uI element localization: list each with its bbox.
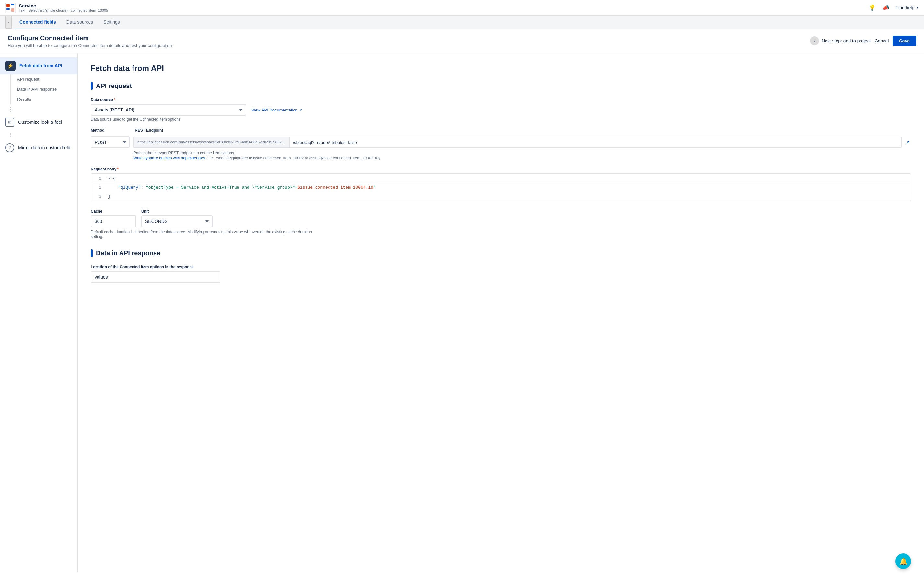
endpoint-hint-text: Path to the relevant REST endpoint to ge… bbox=[134, 151, 911, 155]
view-api-link[interactable]: View API Documentation ↗ bbox=[251, 107, 302, 112]
dynamic-queries-link[interactable]: Write dynamic queries with dependencies bbox=[134, 156, 205, 160]
save-button[interactable]: Save bbox=[893, 36, 916, 46]
app-logo: Service Text - Select list (single choic… bbox=[5, 3, 869, 13]
section-badge bbox=[91, 82, 92, 90]
endpoint-path-input[interactable] bbox=[290, 137, 901, 147]
datasource-hint: Data source used to get the Connected it… bbox=[91, 117, 911, 122]
endpoint-base: https://api.atlassian.com/jsm/assets/wor… bbox=[134, 137, 290, 147]
sidebar-sub-item-results[interactable]: Results bbox=[17, 94, 78, 104]
location-input[interactable] bbox=[91, 271, 220, 283]
code-line-2: 2 "qlQuery": "objectType = Service and A… bbox=[91, 183, 911, 192]
code-line-1: 1 ▾ { bbox=[91, 174, 911, 183]
sidebar-sub-item-api-request[interactable]: API request bbox=[17, 74, 78, 84]
external-link-icon: ↗ bbox=[299, 108, 302, 112]
request-body-label: Request body * bbox=[91, 167, 911, 172]
customize-icon: ⊞ bbox=[5, 117, 14, 127]
unit-select-group: Unit SECONDS MINUTES HOURS bbox=[141, 209, 213, 227]
app-header: Service Text - Select list (single choic… bbox=[0, 0, 924, 16]
cache-label: Cache bbox=[91, 209, 136, 213]
next-step-icon: › bbox=[810, 36, 819, 45]
sidebar: ⚡ Fetch data from API API request Data i… bbox=[0, 53, 78, 572]
cancel-button[interactable]: Cancel bbox=[875, 38, 889, 43]
find-help-label: Find help bbox=[896, 5, 915, 10]
endpoint-label: REST Endpoint bbox=[135, 128, 911, 132]
nav-tabs-bar: › Connected fields Data sources Settings bbox=[0, 16, 924, 29]
code-editor[interactable]: 1 ▾ { 2 "qlQuery": "objectType = Service… bbox=[91, 174, 911, 201]
app-title: Service bbox=[19, 3, 108, 8]
cache-hint: Default cache duration is inherited from… bbox=[91, 230, 324, 239]
app-subtitle: Text - Select list (single choice) - con… bbox=[19, 8, 108, 12]
method-label: Method bbox=[91, 128, 130, 132]
unit-label: Unit bbox=[141, 209, 213, 213]
api-request-heading: API request bbox=[96, 82, 132, 90]
find-help-button[interactable]: Find help ▼ bbox=[896, 5, 919, 10]
sidebar-item-mirror[interactable]: ? Mirror data in custom field bbox=[0, 140, 78, 155]
notification-fab[interactable]: 🔔 bbox=[896, 554, 911, 569]
line-content-3: } bbox=[105, 193, 113, 200]
next-step-label: Next step: add to project bbox=[822, 38, 871, 43]
sidebar-sub-item-data-response[interactable]: Data in API response bbox=[17, 84, 78, 94]
datasource-label: Data source * bbox=[91, 98, 911, 102]
tab-data-sources[interactable]: Data sources bbox=[61, 16, 98, 29]
code-line-3: 3 } bbox=[91, 192, 911, 201]
configure-subtitle: Here you will be able to configure the C… bbox=[8, 43, 172, 48]
svg-rect-1 bbox=[7, 4, 10, 7]
next-step-button[interactable]: › Next step: add to project bbox=[810, 36, 871, 45]
line-num-2: 2 bbox=[91, 185, 105, 190]
dynamic-link-suffix: - i.e.: /search?jql=project=$issue.conne… bbox=[206, 156, 381, 160]
configure-title-area: Configure Connected item Here you will b… bbox=[8, 34, 172, 48]
page-title: Fetch data from API bbox=[91, 64, 911, 73]
data-response-heading: Data in API response bbox=[96, 250, 160, 257]
customize-label: Customize look & feel bbox=[18, 119, 62, 125]
configure-header: Configure Connected item Here you will b… bbox=[0, 29, 924, 53]
line-content-2: "qlQuery": "objectType = Service and Act… bbox=[105, 184, 378, 190]
endpoint-external-link-btn[interactable]: ↗ bbox=[904, 138, 911, 147]
unit-select[interactable]: SECONDS MINUTES HOURS bbox=[141, 215, 213, 227]
configure-title: Configure Connected item bbox=[8, 34, 172, 42]
endpoint-hints: Path to the relevant REST endpoint to ge… bbox=[91, 151, 911, 160]
location-label: Location of the Connected item options i… bbox=[91, 265, 911, 269]
svg-rect-4 bbox=[11, 8, 14, 12]
svg-rect-2 bbox=[11, 4, 14, 5]
tab-connected-fields[interactable]: Connected fields bbox=[14, 16, 61, 29]
data-response-section: Data in API response Location of the Con… bbox=[91, 249, 911, 283]
method-endpoint-group: Method REST Endpoint POST https://api bbox=[91, 128, 911, 148]
line-num-1: 1 bbox=[91, 176, 105, 181]
method-select[interactable]: POST bbox=[91, 136, 130, 148]
api-request-section: API request Data source * Assets (REST_A… bbox=[91, 82, 911, 239]
line-num-3: 3 bbox=[91, 194, 105, 199]
sidebar-item-fetch[interactable]: ⚡ Fetch data from API bbox=[0, 57, 78, 74]
configure-actions: › Next step: add to project Cancel Save bbox=[810, 36, 916, 46]
location-group: Location of the Connected item options i… bbox=[91, 265, 911, 283]
cache-group: Cache Unit SECONDS MINUTES HOURS bbox=[91, 209, 911, 239]
chevron-down-icon: ▼ bbox=[916, 6, 919, 9]
section-badge-2 bbox=[91, 249, 92, 257]
app-logo-icon bbox=[5, 3, 16, 13]
endpoint-input-box: https://api.atlassian.com/jsm/assets/wor… bbox=[134, 137, 902, 148]
mirror-label: Mirror data in custom field bbox=[18, 145, 70, 150]
request-body-group: Request body * 1 ▾ { 2 bbox=[91, 167, 911, 201]
notification-bell-icon: 🔔 bbox=[899, 557, 908, 565]
fetch-icon: ⚡ bbox=[5, 61, 16, 71]
announce-icon-btn[interactable]: 📣 bbox=[882, 4, 889, 12]
sidebar-item-customize[interactable]: ⊞ Customize look & feel bbox=[0, 114, 78, 130]
mirror-icon: ? bbox=[5, 143, 14, 152]
collapse-sidebar-btn[interactable]: › bbox=[5, 16, 12, 28]
svg-rect-3 bbox=[7, 8, 10, 10]
sidebar-sub-items: API request Data in API response Results bbox=[0, 74, 78, 104]
cache-input-group: Cache bbox=[91, 209, 136, 227]
datasource-group: Data source * Assets (REST_API) View API… bbox=[91, 98, 911, 122]
api-request-title: API request bbox=[91, 82, 911, 90]
required-mark-2: * bbox=[117, 167, 119, 172]
tab-settings[interactable]: Settings bbox=[98, 16, 125, 29]
content-area: Fetch data from API API request Data sou… bbox=[78, 53, 924, 572]
header-actions: 💡 📣 Find help ▼ bbox=[869, 4, 919, 12]
datasource-select[interactable]: Assets (REST_API) bbox=[91, 104, 246, 116]
data-response-title: Data in API response bbox=[91, 249, 911, 257]
fetch-label: Fetch data from API bbox=[20, 63, 62, 68]
app-title-area: Service Text - Select list (single choic… bbox=[19, 3, 108, 12]
cache-input[interactable] bbox=[91, 215, 136, 227]
line-content-1: ▾ { bbox=[105, 175, 118, 182]
main-area: ⚡ Fetch data from API API request Data i… bbox=[0, 53, 924, 572]
lightbulb-icon-btn[interactable]: 💡 bbox=[869, 4, 876, 12]
